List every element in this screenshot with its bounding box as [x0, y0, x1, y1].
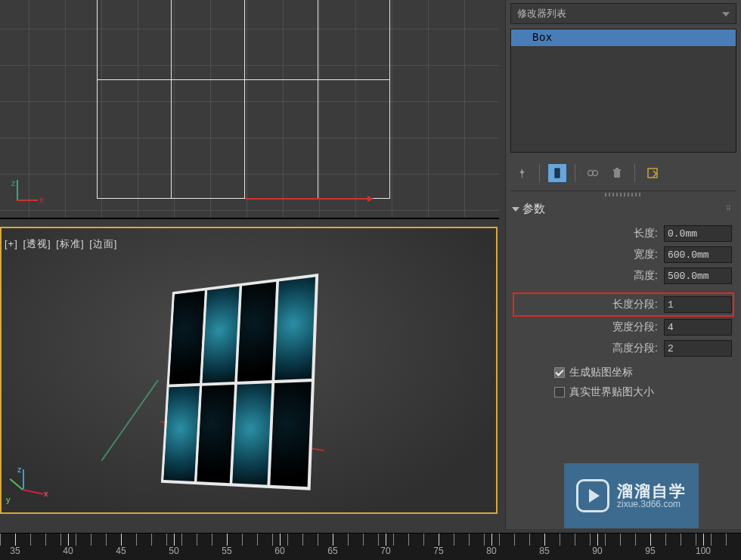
show-end-result-button[interactable]	[547, 163, 567, 183]
rollout-divider[interactable]	[510, 191, 736, 197]
timeline-tick-label: 100	[696, 546, 711, 556]
timeline-tick-label: 95	[645, 546, 655, 556]
timeline-tick-label: 50	[169, 546, 178, 556]
viewport-perspective[interactable]: [+] [透视] [标准] [边面] zxy	[0, 227, 498, 514]
timeline-tick-label: 35	[10, 546, 20, 556]
height-input[interactable]	[665, 271, 741, 282]
modifier-list-label: 修改器列表	[517, 7, 566, 20]
vp-menu-edged[interactable]: [边面]	[89, 238, 117, 249]
generate-mapping-coords-label: 生成贴图坐标	[569, 366, 633, 379]
length-segs-spinner[interactable]	[664, 296, 732, 313]
watermark-url: zixue.3d66.com	[617, 500, 687, 509]
timeline-tick-label: 45	[116, 546, 126, 556]
timeline-tick-label: 55	[222, 546, 231, 556]
timeline-tick-label: 90	[592, 546, 602, 556]
watermark-title: 溜溜自学	[617, 482, 687, 500]
modifier-stack[interactable]: Box	[510, 29, 736, 153]
timeline-ruler[interactable]: 35404550556065707580859095100	[0, 533, 741, 560]
height-segs-spinner[interactable]	[664, 340, 732, 357]
timeline-tick-label: 80	[486, 546, 496, 556]
stack-item-box[interactable]: Box	[511, 29, 736, 46]
width-segs-input[interactable]	[665, 322, 741, 333]
real-world-map-size-label: 真实世界贴图大小	[569, 385, 654, 399]
remove-modifier-button[interactable]	[607, 163, 627, 183]
show-end-result-icon	[551, 167, 563, 179]
length-segs-input[interactable]	[665, 299, 741, 311]
length-segs-label: 长度分段:	[515, 298, 664, 311]
pin-icon	[516, 167, 528, 179]
make-unique-button[interactable]	[583, 163, 603, 183]
params-rollout: 长度: 宽度: 高度: 长度分段:	[510, 219, 736, 401]
width-spinner[interactable]	[664, 246, 732, 263]
rollout-header-params[interactable]: 参数 ⠿	[510, 199, 736, 219]
modifier-list-dropdown[interactable]: 修改器列表	[510, 3, 736, 24]
height-segs-input[interactable]	[665, 343, 741, 354]
length-input[interactable]	[665, 228, 741, 240]
length-spinner[interactable]	[664, 225, 732, 242]
height-label: 高度:	[515, 269, 664, 283]
axis-gizmo-persp: zxy	[6, 466, 48, 508]
timeline-tick-label: 60	[274, 546, 284, 556]
timeline-tick-label: 65	[327, 546, 337, 556]
wireframe-box	[97, 0, 390, 199]
timeline-tick-label: 40	[63, 546, 73, 556]
modifier-stack-toolbar	[510, 160, 736, 191]
timeline-tick-label: 75	[433, 546, 443, 556]
width-input[interactable]	[665, 249, 741, 261]
watermark-logo: 溜溜自学 zixue.3d66.com	[564, 463, 699, 528]
box-object[interactable]	[161, 274, 318, 490]
vp-menu-plus[interactable]: [+]	[5, 238, 18, 249]
make-unique-icon	[587, 167, 599, 179]
width-label: 宽度:	[515, 248, 664, 261]
width-segs-spinner[interactable]	[664, 319, 732, 336]
length-segs-row-highlighted: 长度分段:	[515, 295, 732, 314]
real-world-map-size-checkbox[interactable]	[554, 387, 565, 398]
height-spinner[interactable]	[664, 268, 732, 284]
height-segs-label: 高度分段:	[515, 342, 664, 355]
trash-icon	[611, 167, 623, 179]
chevron-down-icon	[512, 207, 519, 212]
vp-menu-view[interactable]: [透视]	[23, 238, 51, 249]
vp-menu-shading[interactable]: [标准]	[56, 238, 84, 249]
x-axis-line	[245, 198, 372, 200]
timeline-tick-label: 85	[539, 546, 549, 556]
axis-gizmo-top: zx	[9, 180, 39, 210]
pin-stack-button[interactable]	[512, 163, 532, 183]
configure-icon	[646, 167, 659, 179]
timeline-tick-label: 70	[380, 546, 390, 556]
width-segs-label: 宽度分段:	[515, 320, 664, 334]
viewport-top[interactable]: zx	[0, 0, 499, 219]
y-axis-line	[101, 379, 159, 461]
svg-rect-0	[555, 169, 560, 178]
rollout-title: 参数	[522, 202, 545, 216]
generate-mapping-coords-checkbox[interactable]	[554, 367, 565, 378]
rollout-grip-icon: ⠿	[726, 205, 732, 212]
configure-sets-button[interactable]	[643, 163, 662, 183]
viewport-label[interactable]: [+] [透视] [标准] [边面]	[5, 237, 119, 251]
play-icon	[576, 479, 609, 512]
modify-panel: 修改器列表 Box 参数 ⠿ 长度:	[505, 0, 741, 529]
length-label: 长度:	[515, 227, 664, 240]
